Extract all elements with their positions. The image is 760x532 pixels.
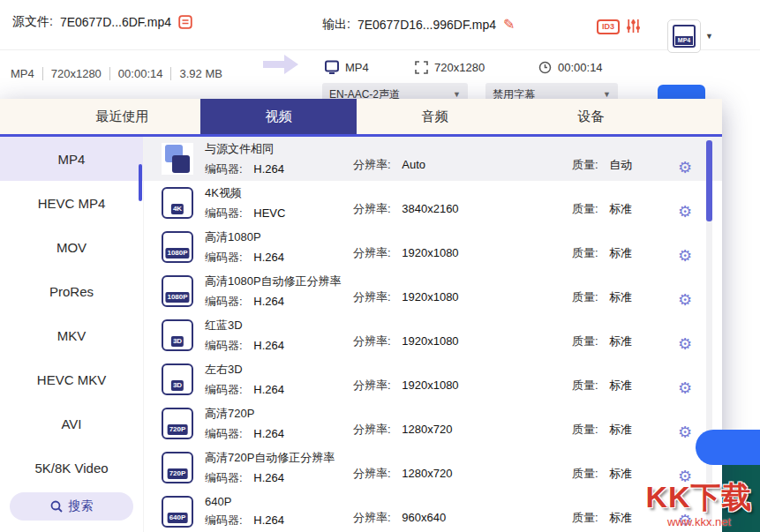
source-duration: 00:00:14 bbox=[109, 67, 171, 80]
sidebar-item-label: MKV bbox=[57, 328, 87, 343]
tab[interactable]: 最近使用 bbox=[44, 99, 200, 134]
settings-gear-icon[interactable] bbox=[678, 468, 697, 485]
quality-value: 标准 bbox=[609, 378, 632, 392]
preset-row[interactable]: 720P 高清720P 编码器: H.264 分辨率: 1280x720 质量:… bbox=[144, 401, 722, 446]
preset-resolution: 分辨率: Auto bbox=[353, 157, 572, 173]
preset-resolution: 分辨率: 3840x2160 bbox=[353, 201, 572, 217]
preset-quality: 质量: 标准 bbox=[572, 289, 678, 305]
preset-encoder: 编码器: H.264 bbox=[205, 513, 353, 528]
preset-encoder: 编码器: H.264 bbox=[205, 470, 353, 486]
preset-text: 红蓝3D 编码器: H.264 bbox=[205, 318, 353, 354]
settings-gear-icon[interactable] bbox=[678, 291, 697, 309]
preset-resolution: 分辨率: 1920x1080 bbox=[353, 245, 572, 261]
sidebar-item[interactable]: ProRes bbox=[0, 269, 143, 313]
resolution-label: 分辨率: bbox=[353, 246, 391, 259]
output-file-name: 7E0677D16...996DF.mp4 bbox=[357, 18, 496, 32]
preset-resolution: 分辨率: 1920x1080 bbox=[353, 289, 572, 305]
tab[interactable]: 设备 bbox=[513, 99, 669, 134]
sidebar-item[interactable]: AVI bbox=[0, 401, 143, 446]
resolution-label: 分辨率: bbox=[353, 202, 391, 215]
list-scrollbar-track[interactable] bbox=[706, 139, 712, 525]
preset-row[interactable]: 720P 高清720P自动修正分辨率 编码器: H.264 分辨率: 1280x… bbox=[144, 446, 722, 490]
source-file-row: 源文件: 7E0677D...6DF.mp4 bbox=[12, 14, 192, 30]
encoder-value: H.264 bbox=[253, 383, 284, 396]
sidebar-scrollbar[interactable] bbox=[139, 164, 142, 201]
preset-title: 高清1080P bbox=[205, 229, 353, 245]
sidebar-item[interactable]: MP4 bbox=[0, 137, 143, 181]
format-icon-label: 640P bbox=[168, 513, 188, 523]
preset-encoder: 编码器: HEVC bbox=[205, 206, 353, 221]
preset-row[interactable]: 3D 红蓝3D 编码器: H.264 分辨率: 1920x1080 质量: 标准 bbox=[144, 313, 722, 357]
sidebar-list: MP4 HEVC MP4 MOV ProRes MKV HEVC MKV AVI… bbox=[0, 137, 143, 490]
sidebar-item-label: MOV bbox=[56, 240, 87, 255]
sidebar-item[interactable]: HEVC MKV bbox=[0, 357, 143, 401]
resolution-value: 1280x720 bbox=[402, 423, 452, 436]
format-icon: 3D bbox=[162, 363, 193, 395]
edit-filename-icon[interactable]: ✎ bbox=[503, 16, 515, 33]
output-media-info: MP4 720x1280 00:00:14 bbox=[325, 60, 603, 74]
tab[interactable]: 音频 bbox=[357, 99, 513, 134]
format-tabs: 最近使用 视频 音频 设备 bbox=[0, 99, 722, 134]
format-icon-label: 1080P bbox=[165, 248, 189, 259]
preset-title: 高清720P自动修正分辨率 bbox=[205, 450, 353, 466]
encoder-label: 编码器: bbox=[205, 339, 243, 352]
resolution-value: Auto bbox=[402, 158, 425, 171]
sidebar-item-label: ProRes bbox=[49, 284, 94, 299]
format-sidebar: MP4 HEVC MP4 MOV ProRes MKV HEVC MKV AVI… bbox=[0, 137, 144, 532]
sidebar-item[interactable]: MOV bbox=[0, 225, 143, 269]
tab-label: 设备 bbox=[578, 109, 605, 125]
settings-gear-icon[interactable] bbox=[678, 247, 697, 265]
sidebar-item[interactable]: 5K/8K Video bbox=[0, 446, 143, 490]
settings-gear-icon[interactable] bbox=[678, 512, 697, 529]
settings-gear-icon[interactable] bbox=[678, 423, 697, 441]
sidebar-item[interactable]: HEVC MP4 bbox=[0, 181, 143, 225]
encoder-value: H.264 bbox=[253, 471, 284, 484]
encoder-value: H.264 bbox=[253, 162, 284, 176]
format-icon: 1080P bbox=[162, 231, 193, 263]
source-filesize: 3.92 MB bbox=[170, 67, 230, 80]
sidebar-item[interactable]: MKV bbox=[0, 313, 143, 357]
settings-gear-icon[interactable] bbox=[678, 203, 697, 221]
sidebar-item-label: HEVC MKV bbox=[37, 372, 106, 387]
sidebar-item-label: 5K/8K Video bbox=[34, 461, 108, 476]
encoder-value: H.264 bbox=[253, 295, 284, 308]
preset-row[interactable]: 3D 左右3D 编码器: H.264 分辨率: 1920x1080 质量: 标准 bbox=[144, 357, 722, 401]
preset-row[interactable]: 4K 4K视频 编码器: HEVC 分辨率: 3840x2160 质量: 标准 bbox=[144, 181, 722, 225]
preset-encoder: 编码器: H.264 bbox=[205, 382, 353, 398]
encoder-value: H.264 bbox=[253, 427, 284, 440]
output-file-row: 输出: 7E0677D16...996DF.mp4 ✎ bbox=[322, 16, 515, 33]
settings-gear-icon[interactable] bbox=[678, 379, 697, 397]
preset-quality: 质量: 标准 bbox=[572, 333, 678, 349]
preset-text: 左右3D 编码器: H.264 bbox=[205, 362, 353, 398]
tab[interactable]: 视频 bbox=[200, 99, 357, 134]
id3-tag-icon[interactable]: ID3 bbox=[597, 19, 620, 34]
encoder-label: 编码器: bbox=[205, 295, 243, 308]
preset-quality: 质量: 标准 bbox=[572, 466, 678, 482]
output-format-chooser[interactable]: MP4 ▼ bbox=[667, 19, 713, 53]
sliders-settings-icon[interactable] bbox=[625, 18, 642, 34]
list-scrollbar-thumb[interactable] bbox=[706, 140, 712, 221]
tab-label: 音频 bbox=[422, 109, 448, 125]
preset-quality: 质量: 标准 bbox=[572, 422, 678, 438]
media-info-icon[interactable] bbox=[178, 15, 192, 29]
format-icon-label: 1080P bbox=[165, 292, 189, 303]
preset-encoder: 编码器: H.264 bbox=[205, 338, 353, 354]
preset-row[interactable]: 640P 640P 编码器: H.264 分辨率: 960x640 质量: 标准 bbox=[144, 490, 722, 532]
search-button[interactable]: 搜索 bbox=[10, 492, 133, 521]
preset-quality: 质量: 标准 bbox=[572, 201, 678, 217]
preset-resolution: 分辨率: 960x640 bbox=[353, 510, 572, 526]
preset-row[interactable]: 与源文件相同 编码器: H.264 分辨率: Auto 质量: 自动 bbox=[144, 137, 722, 181]
settings-gear-icon[interactable] bbox=[678, 159, 697, 176]
source-file-label: 源文件: bbox=[12, 14, 53, 30]
convert-button[interactable] bbox=[696, 430, 760, 465]
format-icon: 4K bbox=[162, 187, 193, 219]
preset-row[interactable]: 1080P 高清1080P自动修正分辨率 编码器: H.264 分辨率: 192… bbox=[144, 269, 722, 313]
settings-gear-icon[interactable] bbox=[678, 335, 697, 353]
preset-text: 640P 编码器: H.264 bbox=[205, 495, 353, 528]
preset-row[interactable]: 1080P 高清1080P 编码器: H.264 分辨率: 1920x1080 … bbox=[144, 225, 722, 269]
source-resolution: 720x1280 bbox=[42, 67, 109, 80]
encoder-value: H.264 bbox=[253, 339, 284, 352]
preset-encoder: 编码器: H.264 bbox=[205, 161, 353, 177]
format-icon: 640P bbox=[162, 496, 193, 528]
format-chooser-label: MP4 bbox=[675, 36, 693, 45]
